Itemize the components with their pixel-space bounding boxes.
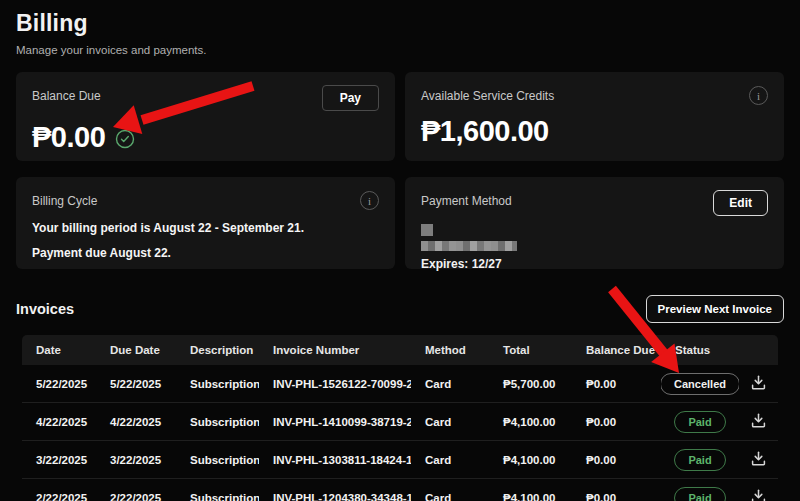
invoice-total: ₱4,100.00 xyxy=(489,492,572,501)
download-icon xyxy=(750,379,767,394)
billing-cycle-card: Billing Cycle i Your billing period is A… xyxy=(16,177,395,269)
invoice-total: ₱4,100.00 xyxy=(489,454,572,466)
invoice-description: Subscription xyxy=(176,378,259,390)
column-header-total: Total xyxy=(489,344,572,356)
invoice-row: 5/22/2025 5/22/2025 Subscription INV-PHL… xyxy=(22,365,778,403)
service-credits-card: Available Service Credits i ₱1,600.00 xyxy=(405,72,784,161)
balance-due-amount: ₱0.00 xyxy=(32,121,105,154)
invoice-due-date: 2/22/2025 xyxy=(96,492,176,501)
invoice-method: Card xyxy=(411,416,489,428)
payment-due-text: Payment due August 22. xyxy=(32,246,379,260)
invoice-date: 2/22/2025 xyxy=(22,492,96,501)
invoice-number: INV-PHL-1526122-70099-20 xyxy=(259,378,411,390)
invoice-number: INV-PHL-1303811-18424-12 xyxy=(259,454,411,466)
service-credits-amount: ₱1,600.00 xyxy=(421,115,549,148)
info-icon[interactable]: i xyxy=(360,191,379,210)
invoice-balance-due: ₱0.00 xyxy=(572,416,661,428)
invoice-number: INV-PHL-1410099-38719-28 xyxy=(259,416,411,428)
invoice-description: Subscription xyxy=(176,492,259,501)
billing-cycle-label: Billing Cycle xyxy=(32,190,97,208)
card-expiry-text: Expires: 12/27 xyxy=(421,257,768,271)
invoice-table-header: Date Due Date Description Invoice Number… xyxy=(22,335,778,365)
card-brand-redacted xyxy=(421,224,433,236)
status-badge: Paid xyxy=(674,487,725,501)
info-icon[interactable]: i xyxy=(749,86,768,105)
invoices-title: Invoices xyxy=(16,301,74,317)
invoice-balance-due: ₱0.00 xyxy=(572,454,661,466)
page-title: Billing xyxy=(16,10,784,37)
card-number-redacted xyxy=(421,241,517,251)
status-badge: Paid xyxy=(674,411,725,433)
invoice-row: 2/22/2025 2/22/2025 Subscription INV-PHL… xyxy=(22,479,778,501)
column-header-description: Description xyxy=(176,344,259,356)
column-header-due-date: Due Date xyxy=(96,344,176,356)
status-badge: Cancelled xyxy=(661,373,739,395)
pay-button[interactable]: Pay xyxy=(322,85,379,111)
invoice-date: 3/22/2025 xyxy=(22,454,96,466)
download-invoice-button[interactable] xyxy=(748,372,769,396)
download-invoice-button[interactable] xyxy=(748,448,769,472)
download-invoice-button[interactable] xyxy=(748,486,769,501)
invoice-due-date: 4/22/2025 xyxy=(96,416,176,428)
check-circle-icon xyxy=(115,129,135,153)
page-subtitle: Manage your invoices and payments. xyxy=(16,44,784,56)
balance-due-card: Balance Due Pay ₱0.00 xyxy=(16,72,395,161)
download-icon xyxy=(750,493,767,501)
invoice-method: Card xyxy=(411,492,489,501)
column-header-invoice-number: Invoice Number xyxy=(259,344,411,356)
invoice-due-date: 5/22/2025 xyxy=(96,378,176,390)
column-header-status: Status xyxy=(661,344,739,356)
column-header-balance-due: Balance Due xyxy=(572,344,661,356)
edit-payment-button[interactable]: Edit xyxy=(713,190,768,216)
invoice-date: 5/22/2025 xyxy=(22,378,96,390)
invoice-row: 4/22/2025 4/22/2025 Subscription INV-PHL… xyxy=(22,403,778,441)
invoice-description: Subscription xyxy=(176,454,259,466)
preview-next-invoice-button[interactable]: Preview Next Invoice xyxy=(646,295,784,323)
column-header-method: Method xyxy=(411,344,489,356)
invoice-number: INV-PHL-1204380-34348-16 xyxy=(259,492,411,501)
invoice-due-date: 3/22/2025 xyxy=(96,454,176,466)
invoice-total: ₱4,100.00 xyxy=(489,416,572,428)
invoice-table: Date Due Date Description Invoice Number… xyxy=(22,335,778,501)
service-credits-label: Available Service Credits xyxy=(421,85,554,103)
invoice-method: Card xyxy=(411,378,489,390)
invoice-balance-due: ₱0.00 xyxy=(572,492,661,501)
invoice-date: 4/22/2025 xyxy=(22,416,96,428)
payment-method-card: Payment Method Edit Expires: 12/27 xyxy=(405,177,784,269)
download-icon xyxy=(750,417,767,432)
billing-period-text: Your billing period is August 22 - Septe… xyxy=(32,221,379,235)
column-header-date: Date xyxy=(22,344,96,356)
invoice-total: ₱5,700.00 xyxy=(489,378,572,390)
invoice-table-body: 5/22/2025 5/22/2025 Subscription INV-PHL… xyxy=(22,365,778,501)
invoices-header: Invoices Preview Next Invoice xyxy=(16,295,784,323)
invoice-row: 3/22/2025 3/22/2025 Subscription INV-PHL… xyxy=(22,441,778,479)
invoice-balance-due: ₱0.00 xyxy=(572,378,661,390)
invoice-description: Subscription xyxy=(176,416,259,428)
payment-method-label: Payment Method xyxy=(421,190,512,208)
billing-page: Billing Manage your invoices and payment… xyxy=(0,0,800,501)
summary-cards: Balance Due Pay ₱0.00 Available Service … xyxy=(16,72,784,269)
invoice-method: Card xyxy=(411,454,489,466)
download-icon xyxy=(750,455,767,470)
balance-due-label: Balance Due xyxy=(32,85,101,103)
status-badge: Paid xyxy=(674,449,725,471)
download-invoice-button[interactable] xyxy=(748,410,769,434)
